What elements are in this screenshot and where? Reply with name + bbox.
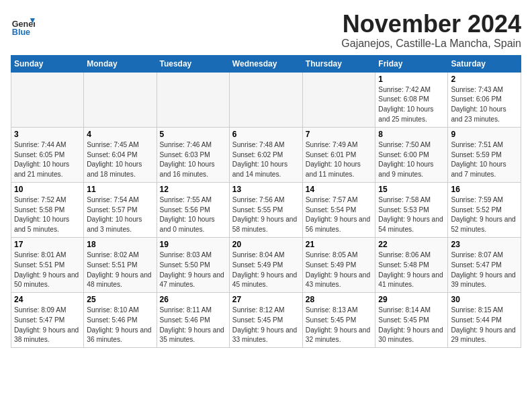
calendar-week-row: 24Sunrise: 8:09 AM Sunset: 5:47 PM Dayli…: [11, 293, 521, 348]
calendar-table: SundayMondayTuesdayWednesdayThursdayFrid…: [11, 55, 521, 349]
calendar-day-cell: 20Sunrise: 8:04 AM Sunset: 5:49 PM Dayli…: [229, 237, 302, 292]
day-number: 4: [87, 130, 153, 139]
day-number: 24: [14, 295, 81, 304]
calendar-day-cell: [157, 72, 229, 127]
calendar-day-cell: 22Sunrise: 8:06 AM Sunset: 5:48 PM Dayli…: [375, 237, 448, 292]
day-number: 19: [160, 240, 226, 249]
calendar-week-row: 1Sunrise: 7:42 AM Sunset: 6:08 PM Daylig…: [11, 72, 521, 127]
weekday-header-cell: Tuesday: [157, 55, 229, 72]
day-info: Sunrise: 8:09 AM Sunset: 5:47 PM Dayligh…: [14, 306, 81, 345]
day-info: Sunrise: 7:56 AM Sunset: 5:55 PM Dayligh…: [232, 195, 300, 235]
weekday-header-cell: Sunday: [11, 55, 84, 72]
day-info: Sunrise: 7:43 AM Sunset: 6:06 PM Dayligh…: [451, 85, 518, 125]
day-info: Sunrise: 7:48 AM Sunset: 6:02 PM Dayligh…: [232, 140, 300, 180]
day-info: Sunrise: 8:13 AM Sunset: 5:45 PM Dayligh…: [306, 306, 373, 345]
weekday-header-cell: Thursday: [302, 55, 375, 72]
day-number: 21: [306, 240, 373, 249]
day-info: Sunrise: 7:58 AM Sunset: 5:53 PM Dayligh…: [378, 195, 445, 235]
day-number: 10: [14, 185, 81, 194]
day-number: 15: [378, 185, 445, 194]
calendar-day-cell: 3Sunrise: 7:44 AM Sunset: 6:05 PM Daylig…: [11, 127, 84, 182]
day-number: 20: [232, 240, 300, 249]
calendar-day-cell: [302, 72, 375, 127]
day-number: 3: [14, 130, 81, 139]
calendar-week-row: 10Sunrise: 7:52 AM Sunset: 5:58 PM Dayli…: [11, 182, 521, 237]
day-number: 22: [378, 240, 445, 249]
day-info: Sunrise: 7:42 AM Sunset: 6:08 PM Dayligh…: [378, 85, 445, 125]
calendar-day-cell: 4Sunrise: 7:45 AM Sunset: 6:04 PM Daylig…: [84, 127, 157, 182]
day-number: 30: [451, 295, 518, 304]
day-number: 9: [451, 130, 518, 139]
svg-text:Blue: Blue: [12, 28, 30, 37]
day-number: 12: [160, 185, 226, 194]
day-info: Sunrise: 8:14 AM Sunset: 5:45 PM Dayligh…: [378, 306, 445, 345]
calendar-day-cell: 16Sunrise: 7:59 AM Sunset: 5:52 PM Dayli…: [448, 182, 521, 237]
calendar-day-cell: 18Sunrise: 8:02 AM Sunset: 5:51 PM Dayli…: [84, 237, 157, 292]
page-header: General Blue November 2024 Gajanejos, Ca…: [11, 11, 521, 50]
day-info: Sunrise: 7:46 AM Sunset: 6:03 PM Dayligh…: [160, 140, 226, 180]
calendar-day-cell: 23Sunrise: 8:07 AM Sunset: 5:47 PM Dayli…: [448, 237, 521, 292]
day-number: 27: [232, 295, 300, 304]
calendar-day-cell: [229, 72, 302, 127]
day-info: Sunrise: 7:55 AM Sunset: 5:56 PM Dayligh…: [160, 195, 226, 235]
day-info: Sunrise: 7:49 AM Sunset: 6:01 PM Dayligh…: [306, 140, 373, 180]
day-number: 29: [378, 295, 445, 304]
calendar-week-row: 3Sunrise: 7:44 AM Sunset: 6:05 PM Daylig…: [11, 127, 521, 182]
weekday-header-cell: Monday: [84, 55, 157, 72]
day-number: 17: [14, 240, 81, 249]
day-number: 7: [306, 130, 373, 139]
day-number: 5: [160, 130, 226, 139]
logo: General Blue: [11, 13, 35, 38]
calendar-day-cell: 28Sunrise: 8:13 AM Sunset: 5:45 PM Dayli…: [302, 293, 375, 348]
day-info: Sunrise: 8:03 AM Sunset: 5:50 PM Dayligh…: [160, 250, 226, 290]
calendar-day-cell: 26Sunrise: 8:11 AM Sunset: 5:46 PM Dayli…: [157, 293, 229, 348]
day-number: 1: [378, 75, 445, 84]
calendar-day-cell: 27Sunrise: 8:12 AM Sunset: 5:45 PM Dayli…: [229, 293, 302, 348]
calendar-week-row: 17Sunrise: 8:01 AM Sunset: 5:51 PM Dayli…: [11, 237, 521, 292]
day-number: 23: [451, 240, 518, 249]
day-info: Sunrise: 8:10 AM Sunset: 5:46 PM Dayligh…: [87, 306, 153, 345]
calendar-day-cell: 2Sunrise: 7:43 AM Sunset: 6:06 PM Daylig…: [448, 72, 521, 127]
day-number: 28: [306, 295, 373, 304]
calendar-day-cell: 12Sunrise: 7:55 AM Sunset: 5:56 PM Dayli…: [157, 182, 229, 237]
day-number: 18: [87, 240, 153, 249]
day-info: Sunrise: 8:06 AM Sunset: 5:48 PM Dayligh…: [378, 250, 445, 290]
calendar-day-cell: 9Sunrise: 7:51 AM Sunset: 5:59 PM Daylig…: [448, 127, 521, 182]
day-number: 8: [378, 130, 445, 139]
calendar-day-cell: 19Sunrise: 8:03 AM Sunset: 5:50 PM Dayli…: [157, 237, 229, 292]
day-info: Sunrise: 8:07 AM Sunset: 5:47 PM Dayligh…: [451, 250, 518, 290]
day-info: Sunrise: 8:02 AM Sunset: 5:51 PM Dayligh…: [87, 250, 153, 290]
day-number: 11: [87, 185, 153, 194]
day-number: 2: [451, 75, 518, 84]
calendar-day-cell: 30Sunrise: 8:15 AM Sunset: 5:44 PM Dayli…: [448, 293, 521, 348]
calendar-day-cell: 8Sunrise: 7:50 AM Sunset: 6:00 PM Daylig…: [375, 127, 448, 182]
day-info: Sunrise: 8:15 AM Sunset: 5:44 PM Dayligh…: [451, 306, 518, 345]
calendar-day-cell: [84, 72, 157, 127]
day-number: 16: [451, 185, 518, 194]
calendar-day-cell: 10Sunrise: 7:52 AM Sunset: 5:58 PM Dayli…: [11, 182, 84, 237]
calendar-day-cell: 6Sunrise: 7:48 AM Sunset: 6:02 PM Daylig…: [229, 127, 302, 182]
day-info: Sunrise: 7:52 AM Sunset: 5:58 PM Dayligh…: [14, 195, 81, 235]
day-number: 25: [87, 295, 153, 304]
calendar-day-cell: 5Sunrise: 7:46 AM Sunset: 6:03 PM Daylig…: [157, 127, 229, 182]
weekday-header-cell: Friday: [375, 55, 448, 72]
day-info: Sunrise: 7:57 AM Sunset: 5:54 PM Dayligh…: [306, 195, 373, 235]
weekday-header-cell: Wednesday: [229, 55, 302, 72]
day-number: 6: [232, 130, 300, 139]
day-number: 26: [160, 295, 226, 304]
calendar-day-cell: 21Sunrise: 8:05 AM Sunset: 5:49 PM Dayli…: [302, 237, 375, 292]
day-info: Sunrise: 8:12 AM Sunset: 5:45 PM Dayligh…: [232, 306, 300, 345]
month-title: November 2024: [341, 11, 521, 38]
calendar-day-cell: 14Sunrise: 7:57 AM Sunset: 5:54 PM Dayli…: [302, 182, 375, 237]
calendar-day-cell: 15Sunrise: 7:58 AM Sunset: 5:53 PM Dayli…: [375, 182, 448, 237]
day-number: 13: [232, 185, 300, 194]
calendar-day-cell: 11Sunrise: 7:54 AM Sunset: 5:57 PM Dayli…: [84, 182, 157, 237]
day-info: Sunrise: 7:45 AM Sunset: 6:04 PM Dayligh…: [87, 140, 153, 180]
day-info: Sunrise: 7:50 AM Sunset: 6:00 PM Dayligh…: [378, 140, 445, 180]
day-info: Sunrise: 7:54 AM Sunset: 5:57 PM Dayligh…: [87, 195, 153, 235]
day-info: Sunrise: 8:11 AM Sunset: 5:46 PM Dayligh…: [160, 306, 226, 345]
weekday-header-cell: Saturday: [448, 55, 521, 72]
day-info: Sunrise: 7:51 AM Sunset: 5:59 PM Dayligh…: [451, 140, 518, 180]
day-info: Sunrise: 7:59 AM Sunset: 5:52 PM Dayligh…: [451, 195, 518, 235]
title-area: November 2024 Gajanejos, Castille-La Man…: [341, 11, 521, 50]
